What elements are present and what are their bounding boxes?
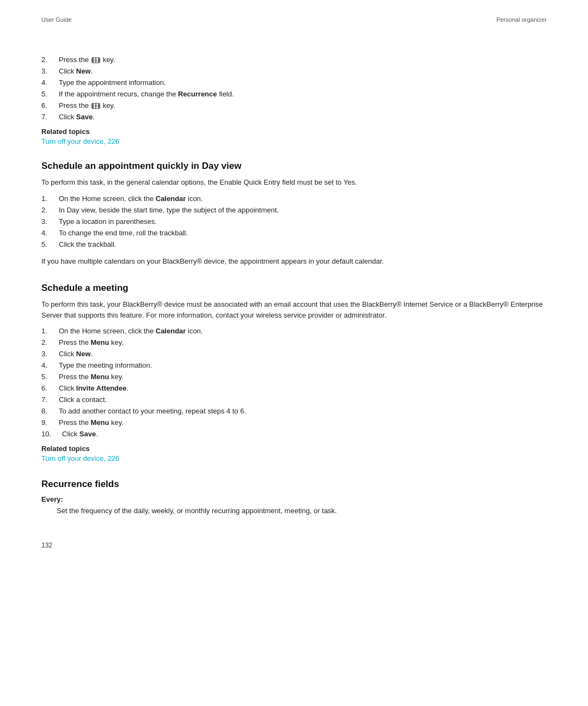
section1-heading: Schedule an appointment quickly in Day v… xyxy=(41,161,547,172)
list-item: 7. Click Save. xyxy=(41,113,547,121)
section1-steps: 1. On the Home screen, click the Calenda… xyxy=(41,194,547,248)
section3-heading: Recurrence fields xyxy=(41,479,547,490)
every-desc: Set the frequency of the daily, weekly, … xyxy=(57,506,547,516)
section2-intro: To perform this task, your BlackBerry® d… xyxy=(41,299,547,320)
list-item: 10. Click Save. xyxy=(41,430,547,438)
list-item: 5. Click the trackball. xyxy=(41,240,547,248)
list-item: 8. To add another contact to your meetin… xyxy=(41,407,547,415)
list-item: 5. Press the Menu key. xyxy=(41,373,547,381)
list-item: 2. Press the Menu key. xyxy=(41,338,547,346)
section2-steps: 1. On the Home screen, click the Calenda… xyxy=(41,327,547,438)
related-link-2[interactable]: Turn off your device, 226 xyxy=(41,454,119,462)
list-item: 2. Press the key. xyxy=(41,56,547,64)
section1-intro: To perform this task, in the general cal… xyxy=(41,177,547,188)
every-label: Every: xyxy=(41,495,547,503)
section2-heading: Schedule a meeting xyxy=(41,283,547,294)
section-schedule-meeting: Schedule a meeting To perform this task,… xyxy=(41,283,547,462)
related-link-1[interactable]: Turn off your device, 226 xyxy=(41,137,119,145)
list-item: 1. On the Home screen, click the Calenda… xyxy=(41,194,547,203)
section-schedule-appointment: Schedule an appointment quickly in Day v… xyxy=(41,161,547,266)
list-item: 6. Click Invite Attendee. xyxy=(41,384,547,392)
intro-steps-list: 2. Press the key. 3. Cli xyxy=(41,56,547,121)
list-item: 2. In Day view, beside the start time, t… xyxy=(41,206,547,214)
section1-footer: If you have multiple calendars on your B… xyxy=(41,256,547,267)
list-item: 3. Click New. xyxy=(41,67,547,75)
related-topics-label-2: Related topics xyxy=(41,445,547,453)
list-item: 3. Click New. xyxy=(41,350,547,358)
list-item: 9. Press the Menu key. xyxy=(41,418,547,427)
every-field: Every: Set the frequency of the daily, w… xyxy=(41,495,547,516)
related-topics-label-1: Related topics xyxy=(41,127,547,136)
related-topics-1: Related topics Turn off your device, 226 xyxy=(41,127,547,145)
section-recurrence-fields: Recurrence fields Every: Set the frequen… xyxy=(41,479,547,516)
related-topics-2: Related topics Turn off your device, 226 xyxy=(41,445,547,462)
list-item: 4. Type the meeting information. xyxy=(41,361,547,369)
list-item: 3. Type a location in parentheses. xyxy=(41,217,547,226)
list-item: 1. On the Home screen, click the Calenda… xyxy=(41,327,547,335)
menu-key-icon-2 xyxy=(91,103,101,109)
page-number: 132 xyxy=(41,541,52,549)
header-right: Personal organizer xyxy=(497,16,547,23)
list-item: 4. Type the appointment information. xyxy=(41,78,547,87)
list-item: 4. To change the end time, roll the trac… xyxy=(41,229,547,237)
list-item: 5. If the appointment recurs, change the… xyxy=(41,90,547,98)
menu-key-icon-1 xyxy=(91,57,101,63)
list-item: 7. Click a contact. xyxy=(41,395,547,404)
list-item: 6. Press the key. xyxy=(41,101,547,109)
header-left: User Guide xyxy=(41,16,72,23)
